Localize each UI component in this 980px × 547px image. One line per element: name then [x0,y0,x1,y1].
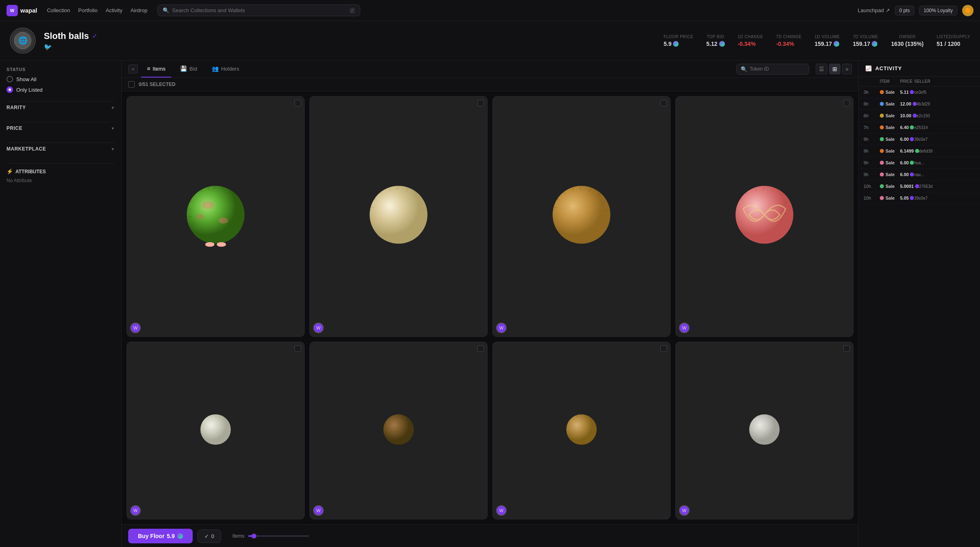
svg-point-58 [200,414,231,445]
tab-items[interactable]: ≡ Items [141,60,171,78]
nft-image-404: W [676,342,853,519]
collapse-button[interactable]: « [128,65,138,73]
holders-tab-icon: 👥 [212,65,219,72]
activity-type-cell-1: Sale [880,101,900,106]
platform-badge-908: W [130,323,141,333]
slider-track[interactable] [248,535,309,537]
search-input[interactable] [172,7,346,13]
marketplace-filter[interactable]: MARKETPLACE ▼ [6,142,115,155]
card-checkbox-303[interactable] [660,345,667,352]
select-all-checkbox[interactable] [128,81,135,88]
card-checkbox-101[interactable] [294,345,301,352]
grid-view-button[interactable]: ⊞ [829,64,840,74]
stat-7d-volume: 7D VOLUME 159.17 [853,34,878,47]
activity-dot-8 [880,184,884,188]
status-label: STATUS [6,67,115,72]
activity-type-3: Sale [885,125,895,130]
logo-text: wapal [20,7,37,14]
buy-floor-button[interactable]: Buy Floor 5.9 [128,529,193,543]
mp-dot-9 [910,196,914,200]
activity-time-6: 9h [864,160,880,165]
sol-icon-4 [872,41,877,47]
nft-image-202: W [310,342,487,519]
nft-image-303: W [493,342,670,519]
card-checkbox-908[interactable] [294,100,301,106]
activity-type-5: Sale [885,149,895,153]
price-filter[interactable]: PRICE ▼ [6,122,115,134]
nft-card-202[interactable]: W [309,342,488,519]
stat-1d-change: 1D CHANGE -0.34% [738,34,763,47]
nav-activity[interactable]: Activity [105,7,122,13]
cart-icon: ✓ [204,533,209,539]
card-checkbox-202[interactable] [477,345,484,352]
activity-time-8: 10h [864,184,880,189]
card-checkbox-909[interactable] [843,100,850,106]
nft-card-303[interactable]: W [492,342,671,519]
marketplace-section: MARKETPLACE ▼ [6,142,115,155]
activity-time-7: 9h [864,172,880,177]
slider-thumb[interactable] [251,534,256,538]
activity-row-1: 6h Sale 12.00 4b3d29 [859,98,980,110]
activity-row-0: 3h Sale 5.11 ce3ef5 [859,86,980,98]
logo[interactable]: W wapal [6,5,37,16]
stat-top-bid: TOP BID 5.12 [706,34,724,47]
activity-seller-5: de6d39 [919,149,952,153]
main-content: STATUS Show All Only Listed RARITY ▼ PRI… [0,60,980,547]
rarity-filter[interactable]: RARITY ▼ [6,101,115,114]
svg-text:🌐: 🌐 [18,36,28,45]
list-view-button[interactable]: ☰ [816,64,827,74]
activity-price-3: 6.40 [900,125,914,130]
more-view-button[interactable]: » [842,64,852,74]
col-seller: SELLER [914,79,947,84]
activity-type-cell-8: Sale [880,184,900,189]
activity-type-6: Sale [885,160,895,165]
main-header: W wapal Collection Portfolio Activity Ai… [0,0,980,21]
card-checkbox-404[interactable] [843,345,850,352]
token-search-input[interactable] [750,66,798,72]
only-listed-label: Only Listed [16,87,43,93]
global-search[interactable]: 🔍 / [157,4,360,16]
twitter-link[interactable]: 🐦 [44,43,52,50]
nft-card-44[interactable]: W #44 R - PRICE 8.70 ··· [309,96,488,337]
center-panel: « ≡ Items 💾 Bid 👥 Holders 🔍 ☰ ⊞ » [122,60,858,547]
activity-time-9: 10h [864,196,880,200]
nft-card-46[interactable]: W #46 R - PRICE 8.70 ··· [492,96,671,337]
activity-seller-8: 27653d [919,184,952,189]
svg-point-24 [196,214,204,219]
mp-dot-2 [913,114,917,118]
activity-row-3: 7h Sale 6.40 e25314 [859,122,980,134]
cart-button[interactable]: ✓ 0 [198,530,221,543]
nft-card-101[interactable]: W [127,342,305,519]
svg-point-25 [205,242,215,246]
nft-card-404[interactable]: W [675,342,853,519]
bid-tab-icon: 💾 [180,65,187,72]
card-checkbox-46[interactable] [660,100,667,106]
nft-info-46: #46 R - PRICE 8.70 ··· [493,336,670,337]
activity-dot-0 [880,90,884,94]
tab-bid[interactable]: 💾 Bid [174,60,203,78]
card-checkbox-44[interactable] [477,100,484,106]
stat-floor-price: FLOOR PRICE 5.9 [664,34,693,47]
tab-holders[interactable]: 👥 Holders [206,60,245,78]
show-all-radio[interactable]: Show All [6,76,115,82]
only-listed-radio[interactable]: Only Listed [6,86,115,93]
avatar[interactable]: 🟠 [962,5,974,16]
activity-type-7: Sale [885,172,895,177]
nft-image-46: W [493,97,670,336]
main-nav: Collection Portfolio Activity Airdrop [47,7,148,13]
activity-price-7: 6.00 [900,172,914,177]
nav-collection[interactable]: Collection [47,7,70,13]
activity-dot-5 [880,149,884,153]
nav-airdrop[interactable]: Airdrop [131,7,148,13]
token-search[interactable]: 🔍 [736,64,809,75]
external-link-icon: ↗ [885,7,890,13]
nft-card-908[interactable]: W #908 R - PRICE 7.90 ··· [127,96,305,337]
cart-count: 0 [211,533,214,539]
items-tab-label: Items [153,66,165,72]
sol-icon-3 [834,41,839,47]
nav-portfolio[interactable]: Portfolio [78,7,98,13]
nft-info-44: #44 R - PRICE 8.70 ··· [310,336,487,337]
nft-image-908: W [127,97,304,336]
launchpad-button[interactable]: Launchpad ↗ [858,7,890,13]
nft-card-909[interactable]: W #909 R - PRICE 8.90 ··· [675,96,853,337]
